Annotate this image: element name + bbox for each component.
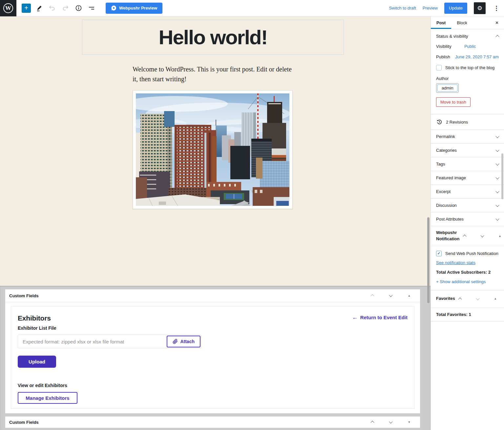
add-block-button[interactable]: + [22,4,31,13]
publish-date-link[interactable]: June 29, 2020 7:57 am [455,54,499,59]
move-to-trash-button[interactable]: Move to trash [436,97,471,107]
paperclip-icon [173,339,178,344]
metabox-move-up-button[interactable] [368,291,377,301]
post-title-block[interactable]: Hello world! [82,20,344,55]
return-to-event-edit-link[interactable]: ← Return to Event Edit [352,314,408,320]
visibility-label: Visibility [436,44,464,49]
stick-to-top-checkbox[interactable] [436,65,442,70]
custom-fields-title-2: Custom Fields [9,420,39,425]
editor-content-area: Hello world! Welcome to WordPress. This … [0,16,430,430]
custom-fields-header-2[interactable]: Custom Fields ▼ [5,417,420,428]
post-image-block[interactable] [133,90,293,209]
total-subscribers-text: Total Active Subscribers: 2 [436,270,499,275]
webpushr-preview-button[interactable]: Webpushr Preview [106,3,162,14]
redo-icon [62,5,69,11]
info-icon [75,5,82,11]
content-scrollbar[interactable] [427,217,430,303]
metabox-move-down-button[interactable] [386,291,396,301]
post-paragraph[interactable]: Welcome to WordPress. This is your first… [133,64,297,84]
return-link-label: Return to Event Edit [360,315,408,320]
chevron-up-icon [463,235,466,238]
metabox2-toggle-button[interactable]: ▼ [404,417,414,427]
metabox-area: Custom Fields ▲ Exhibitors ← Return to E… [0,286,430,430]
post-title[interactable]: Hello world! [159,26,267,49]
chevron-down-icon [476,297,479,300]
status-visibility-title: Status & visibility [436,34,468,39]
visibility-value-link[interactable]: Public [464,44,476,49]
webpushr-toggle-button[interactable]: ▲ [495,231,504,241]
panel-permalink[interactable]: Permalink [431,130,504,144]
panel-featured-image[interactable]: Featured image [431,171,504,185]
custom-fields-header[interactable]: Custom Fields ▲ [5,289,420,302]
webpushr-preview-label: Webpushr Preview [119,6,157,10]
wordpress-logo-icon: W [3,3,13,13]
exhibitors-panel: Exhibitors ← Return to Event Edit Exhibi… [11,306,414,409]
more-options-button[interactable]: ⋮ [492,5,501,12]
divider [5,302,420,302]
tab-block[interactable]: Block [451,16,473,29]
pencil-icon [36,5,42,11]
triangle-down-icon: ▼ [408,421,411,424]
preview-link[interactable]: Preview [423,6,438,10]
favorites-toggle-button[interactable]: ▲ [491,294,500,304]
check-icon: ✓ [437,251,440,256]
upload-button[interactable]: Upload [18,356,56,368]
update-button[interactable]: Update [444,3,467,14]
redo-button[interactable] [60,3,70,13]
attach-label: Attach [180,339,195,344]
chevron-up-icon [370,421,374,424]
panel-discussion[interactable]: Discussion [431,199,504,212]
status-visibility-section: Status & visibility Visibility Public Pu… [431,29,504,114]
triangle-up-icon: ▲ [408,294,411,297]
author-select[interactable]: admin [436,83,459,93]
triangle-up-icon: ▲ [494,297,497,300]
attach-button[interactable]: Attach [167,336,200,347]
exhibitors-title: Exhibitors [18,314,51,322]
favorites-move-up-button[interactable] [455,294,465,304]
chevron-up-icon [495,35,499,38]
metabox2-move-down-button[interactable] [386,417,396,427]
notification-stats-link[interactable]: See notification stats [436,260,475,265]
webpushr-move-down-button[interactable] [477,231,487,241]
chevron-down-icon [389,293,392,297]
sidebar-scrollbar[interactable] [501,153,503,199]
webpushr-panel-header[interactable]: Webpushr Notification ▲ [431,226,504,246]
switch-to-draft-link[interactable]: Switch to draft [389,6,416,10]
webpushr-panel-title: Webpushr Notification [436,230,460,242]
metabox2-move-up-button[interactable] [368,417,377,427]
chevron-down-icon [495,134,499,138]
details-button[interactable] [74,3,83,13]
metabox-toggle-button[interactable]: ▲ [404,291,414,301]
panel-categories[interactable]: Categories [431,144,504,157]
favorites-panel-title: Favorites [436,296,455,302]
send-push-label: Send Web Push Notification [445,251,498,256]
show-additional-settings-link[interactable]: + Show additional settings [436,279,486,284]
panel-excerpt[interactable]: Excerpt [431,185,504,199]
chevron-down-icon [495,175,499,179]
settings-sidebar: Post Block ✕ Status & visibility Visibil… [430,16,504,430]
tab-post[interactable]: Post [431,16,451,29]
list-view-button[interactable] [87,3,96,13]
chevron-down-icon [495,162,499,165]
webpushr-move-up-button[interactable] [460,231,470,241]
manage-exhibitors-button[interactable]: Manage Exhibitors [18,392,77,404]
close-sidebar-button[interactable]: ✕ [493,18,501,27]
tools-pencil-button[interactable] [34,3,44,13]
webpushr-bubble-icon [111,5,116,11]
revisions-row[interactable]: 2 Revisions [431,114,504,130]
back-arrow-icon: ← [352,314,358,320]
panel-post-attributes[interactable]: Post Attributes [431,212,504,226]
favorites-panel-header[interactable]: Favorites ▲ [431,290,504,308]
stick-to-top-label: Stick to the top of the blog [445,65,494,70]
close-icon: ✕ [495,20,499,25]
custom-fields-metabox: Custom Fields ▲ Exhibitors ← Return to E… [5,289,420,414]
panel-tags[interactable]: Tags [431,157,504,171]
gear-icon: ⚙ [477,5,482,11]
chevron-down-icon [495,203,499,206]
settings-gear-button[interactable]: ⚙ [474,2,486,14]
wordpress-logo-button[interactable]: W [0,0,16,16]
send-push-checkbox[interactable]: ✓ [436,251,442,256]
status-visibility-header[interactable]: Status & visibility [431,29,504,43]
favorites-move-down-button[interactable] [473,294,483,304]
undo-button[interactable] [47,3,57,13]
